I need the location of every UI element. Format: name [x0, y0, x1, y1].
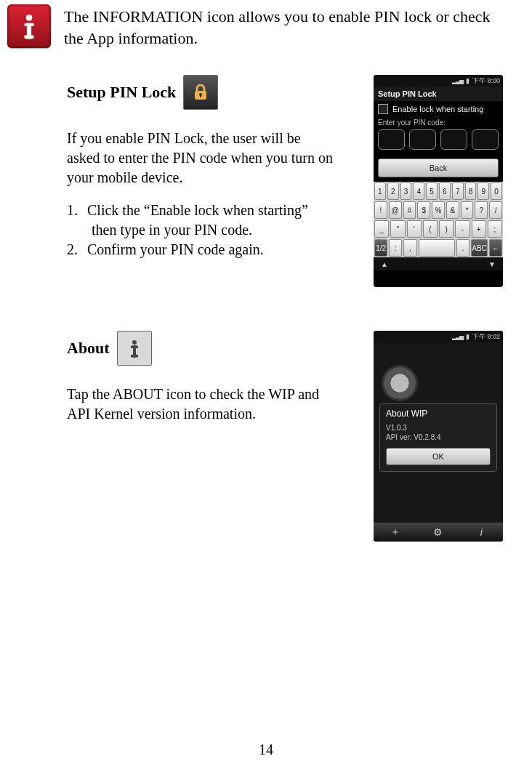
dialog-api: API ver: V0.2.8.4	[386, 433, 491, 442]
about-heading: About	[67, 339, 110, 358]
key-abc[interactable]: ABC	[471, 239, 488, 257]
key[interactable]: 4	[413, 182, 424, 200]
key[interactable]: .	[456, 239, 469, 257]
key[interactable]: %	[432, 201, 445, 219]
pin-input-boxes[interactable]	[374, 129, 503, 156]
bottom-info-icon[interactable]: i	[460, 523, 503, 542]
key[interactable]: ;	[488, 220, 502, 238]
svg-point-6	[132, 340, 137, 345]
list-number: 1.	[67, 201, 87, 240]
about-paragraph: Tap the ABOUT icon to check the WIP and …	[67, 385, 343, 424]
pin-box[interactable]	[409, 129, 436, 150]
list-text: Click the “Enable lock when starting”	[87, 202, 308, 218]
key[interactable]: :	[389, 239, 402, 257]
phone-title: Setup PIN Lock	[374, 87, 503, 101]
key[interactable]: 7	[452, 182, 464, 200]
list-text-cont: then type in your PIN code.	[87, 220, 360, 240]
information-icon	[7, 4, 51, 48]
status-bar: ▮ 下午 8:02	[374, 331, 503, 342]
status-bar: ▮ 下午 8:00	[374, 75, 503, 87]
pin-box[interactable]	[472, 129, 499, 150]
key-backspace[interactable]: ←	[489, 239, 502, 257]
nav-up-icon[interactable]: ▲	[381, 260, 388, 268]
battery-icon: ▮	[466, 77, 469, 84]
key[interactable]: ?	[475, 201, 488, 219]
bottom-bar: ＋ ⚙ i	[374, 523, 503, 542]
status-time: 下午 8:00	[472, 76, 500, 86]
enable-lock-row[interactable]: Enable lock when starting	[374, 101, 503, 117]
key[interactable]: $	[417, 201, 430, 219]
key[interactable]: /	[489, 201, 502, 219]
pin-box[interactable]	[378, 129, 405, 150]
enter-pin-label: Enter your PIN code:	[374, 117, 503, 129]
ok-button[interactable]: OK	[386, 448, 491, 465]
setup-pin-lock-paragraph: If you enable PIN Lock, the user will be…	[67, 129, 336, 188]
signal-icon	[452, 77, 463, 84]
key[interactable]: 8	[465, 182, 477, 200]
key[interactable]: 0	[491, 182, 502, 200]
list-number: 2.	[67, 240, 87, 260]
svg-point-0	[26, 15, 33, 21]
key[interactable]: '	[407, 220, 422, 238]
page-number: 14	[0, 741, 532, 758]
key[interactable]: *	[461, 201, 474, 219]
key[interactable]: "	[390, 220, 405, 238]
key[interactable]: #	[403, 201, 416, 219]
lock-icon	[183, 75, 218, 110]
key[interactable]: 6	[439, 182, 451, 200]
key[interactable]: 5	[426, 182, 438, 200]
enable-lock-label: Enable lock when starting	[392, 105, 483, 113]
bottom-add-icon[interactable]: ＋	[374, 523, 416, 542]
phone-screenshot-about: ▮ 下午 8:02 About WIP V1.0.3 API ver: V0.2…	[374, 331, 503, 542]
intro-text: The INFORMATION icon allows you to enabl…	[64, 4, 503, 49]
about-icon	[117, 331, 152, 366]
key[interactable]: &	[446, 201, 459, 219]
key[interactable]: +	[472, 220, 486, 238]
checkbox-icon[interactable]	[378, 104, 388, 114]
back-button[interactable]: Back	[378, 158, 499, 177]
key[interactable]: 3	[400, 182, 412, 200]
key[interactable]: !	[374, 201, 387, 219]
list-item: 1. Click the “Enable lock when starting”…	[67, 201, 360, 240]
dialog-version: V1.0.3	[386, 423, 491, 433]
keyboard[interactable]: 1 2 3 4 5 6 7 8 9 0 ! @ # $ % &	[374, 182, 503, 257]
nav-bar: ▲ ▼	[374, 257, 503, 270]
key[interactable]: ,	[403, 239, 416, 257]
battery-icon: ▮	[466, 333, 469, 340]
setup-pin-lock-heading: Setup PIN Lock	[67, 83, 176, 102]
key[interactable]: 1	[374, 182, 386, 200]
signal-icon	[452, 333, 463, 340]
key[interactable]: )	[439, 220, 454, 238]
key[interactable]: 9	[477, 182, 489, 200]
setup-pin-lock-steps: 1. Click the “Enable lock when starting”…	[67, 201, 360, 260]
key[interactable]: @	[389, 201, 402, 219]
list-item: 2. Confirm your PIN code again.	[67, 240, 360, 260]
key[interactable]: 2	[387, 182, 399, 200]
about-dialog: About WIP V1.0.3 API ver: V0.2.8.4 OK	[379, 403, 497, 472]
nav-down-icon[interactable]: ▼	[488, 260, 496, 268]
key-space[interactable]	[419, 239, 456, 257]
key[interactable]: _	[374, 220, 389, 238]
pin-box[interactable]	[440, 129, 467, 150]
phone-screenshot-pinlock: ▮ 下午 8:00 Setup PIN Lock Enable lock whe…	[374, 75, 503, 287]
status-time: 下午 8:02	[472, 332, 500, 342]
key[interactable]: -	[455, 220, 469, 238]
key[interactable]: (	[423, 220, 438, 238]
list-text: Confirm your PIN code again.	[87, 240, 360, 260]
svg-rect-5	[200, 95, 201, 97]
dialog-title: About WIP	[386, 409, 491, 419]
key-mode[interactable]: 1/2	[374, 239, 387, 257]
bottom-gear-icon[interactable]: ⚙	[416, 523, 459, 542]
